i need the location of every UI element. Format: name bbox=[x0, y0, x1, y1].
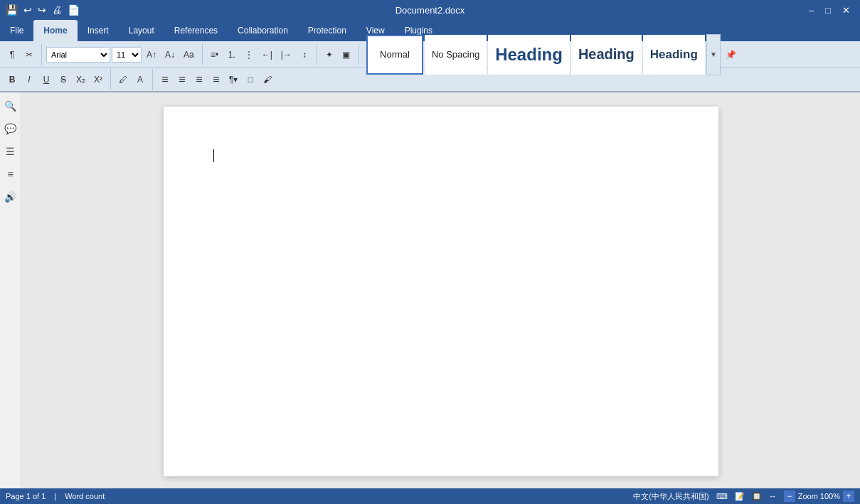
font-size-decrease-btn[interactable]: A↓ bbox=[161, 46, 179, 63]
track-changes-icon[interactable]: 📝 bbox=[735, 492, 745, 501]
print-icon[interactable]: 🖨 bbox=[52, 4, 62, 16]
print-preview-icon[interactable]: 📄 bbox=[68, 4, 80, 16]
keyboard-icon[interactable]: ⌨ bbox=[716, 492, 728, 501]
underline-btn[interactable]: U bbox=[38, 71, 54, 88]
list-group: ≡• 1. ⋮ ←| |→ ↕ bbox=[207, 44, 317, 65]
style-no-spacing[interactable]: No Spacing bbox=[425, 35, 487, 75]
pin-btn[interactable]: 📌 bbox=[722, 46, 740, 63]
language-label[interactable]: 中文(中华人民共和国) bbox=[633, 491, 708, 502]
quick-access-toolbar: 💾 ↩ ↪ 🖨 📄 bbox=[6, 4, 80, 16]
align-center-btn[interactable]: ≡ bbox=[174, 71, 190, 88]
outline-sidebar-icon[interactable]: ≡ bbox=[3, 166, 18, 182]
close-btn[interactable]: ✕ bbox=[838, 5, 854, 16]
clear-format-btn[interactable]: ✦ bbox=[322, 46, 337, 63]
maximize-btn[interactable]: □ bbox=[821, 5, 835, 16]
font-color-btn[interactable]: A bbox=[132, 71, 148, 88]
style-heading3[interactable]: Heading bbox=[643, 35, 705, 75]
bullets-btn[interactable]: ≡• bbox=[207, 46, 223, 63]
superscript-btn[interactable]: X² bbox=[90, 71, 106, 88]
highlight-btn[interactable]: 🖊 bbox=[115, 71, 131, 88]
zoom-controls: − Zoom 100% + bbox=[784, 490, 854, 502]
paint-format-btn[interactable]: 🖌 bbox=[260, 71, 275, 88]
italic-btn[interactable]: I bbox=[21, 71, 37, 88]
paragraph-marks-btn[interactable]: ¶ bbox=[4, 46, 20, 63]
ribbon-toolbar-row1: ¶ ✂ Arial Times New Roman Calibri 8910 1… bbox=[0, 41, 860, 68]
tab-collaboration[interactable]: Collaboration bbox=[228, 20, 298, 41]
multilevel-btn[interactable]: ⋮ bbox=[241, 46, 257, 63]
document-title: Document2.docx bbox=[396, 5, 465, 16]
zoom-out-btn[interactable]: − bbox=[784, 490, 795, 502]
tab-home[interactable]: Home bbox=[33, 20, 77, 41]
decrease-indent-btn[interactable]: ←| bbox=[258, 46, 276, 63]
zoom-level: Zoom 100% bbox=[798, 492, 840, 500]
align-right-btn[interactable]: ≡ bbox=[191, 71, 207, 88]
justify-btn[interactable]: ≡ bbox=[208, 71, 224, 88]
clipboard-group: ¶ ✂ bbox=[4, 44, 42, 65]
font-size-select[interactable]: 8910 111214 161820 242836 bbox=[112, 47, 142, 63]
page-width-icon[interactable]: ↔ bbox=[769, 492, 777, 500]
font-select[interactable]: Arial Times New Roman Calibri bbox=[46, 47, 110, 63]
main-document-area[interactable] bbox=[21, 92, 860, 488]
styles-panel: Normal No Spacing Heading Heading Headin… bbox=[366, 34, 856, 75]
bold-btn[interactable]: B bbox=[4, 71, 20, 88]
view-mode-icon[interactable]: 🔲 bbox=[752, 492, 762, 501]
highlight-group: 🖊 A bbox=[115, 69, 153, 90]
tab-protection[interactable]: Protection bbox=[298, 20, 356, 41]
styles-more-btn[interactable]: ▼ bbox=[706, 34, 721, 75]
page-info: Page 1 of 1 bbox=[6, 492, 46, 500]
window-controls[interactable]: – □ ✕ bbox=[805, 5, 854, 16]
nav-sidebar-icon[interactable]: ☰ bbox=[3, 144, 18, 159]
tab-file[interactable]: File bbox=[0, 20, 33, 41]
clear-group: ✦ ▣ bbox=[322, 44, 359, 65]
comments-sidebar-icon[interactable]: 💬 bbox=[3, 121, 18, 136]
word-count-label[interactable]: Word count bbox=[65, 492, 105, 500]
save-icon[interactable]: 💾 bbox=[6, 4, 18, 16]
minimize-btn[interactable]: – bbox=[805, 5, 818, 16]
cut-btn[interactable]: ✂ bbox=[21, 46, 37, 63]
font-case-btn[interactable]: Aa bbox=[180, 46, 198, 63]
increase-indent-btn[interactable]: |→ bbox=[277, 46, 295, 63]
line-spacing-btn[interactable]: ↕ bbox=[297, 46, 312, 63]
shading-btn[interactable]: ▣ bbox=[339, 46, 354, 63]
tab-references[interactable]: References bbox=[164, 20, 228, 41]
style-heading2[interactable]: Heading bbox=[571, 35, 642, 75]
font-size-increase-btn[interactable]: A↑ bbox=[143, 46, 160, 63]
status-bar: Page 1 of 1 | Word count 中文(中华人民共和国) ⌨ 📝… bbox=[0, 488, 860, 504]
search-sidebar-icon[interactable]: 🔍 bbox=[3, 98, 18, 114]
status-right: 中文(中华人民共和国) ⌨ 📝 🔲 ↔ − Zoom 100% + bbox=[633, 490, 854, 502]
undo-icon[interactable]: ↩ bbox=[23, 4, 32, 16]
format-group: B I U S X₂ X² bbox=[4, 69, 111, 90]
paragraph-group: ≡ ≡ ≡ ≡ ¶▾ □ 🖌 bbox=[157, 69, 280, 90]
left-sidebar: 🔍 💬 ☰ ≡ 🔊 bbox=[0, 92, 21, 488]
redo-icon[interactable]: ↪ bbox=[38, 4, 46, 16]
paragraph-menu-btn[interactable]: ¶▾ bbox=[225, 71, 241, 88]
tab-insert[interactable]: Insert bbox=[78, 20, 119, 41]
title-bar: 💾 ↩ ↪ 🖨 📄 Document2.docx – □ ✕ bbox=[0, 0, 860, 20]
style-normal[interactable]: Normal bbox=[366, 35, 423, 75]
font-group: Arial Times New Roman Calibri 8910 11121… bbox=[46, 44, 203, 65]
strikethrough-btn[interactable]: S bbox=[55, 71, 71, 88]
style-heading1[interactable]: Heading bbox=[488, 35, 570, 75]
tab-layout[interactable]: Layout bbox=[119, 20, 164, 41]
document-page[interactable] bbox=[164, 107, 718, 476]
subscript-btn[interactable]: X₂ bbox=[73, 71, 89, 88]
text-cursor bbox=[213, 149, 214, 162]
numbering-btn[interactable]: 1. bbox=[224, 46, 240, 63]
word-count-separator: | bbox=[54, 492, 56, 500]
zoom-in-btn[interactable]: + bbox=[843, 490, 854, 502]
audio-sidebar-icon[interactable]: 🔊 bbox=[3, 189, 18, 205]
align-left-btn[interactable]: ≡ bbox=[157, 71, 173, 88]
borders-btn[interactable]: □ bbox=[243, 71, 258, 88]
